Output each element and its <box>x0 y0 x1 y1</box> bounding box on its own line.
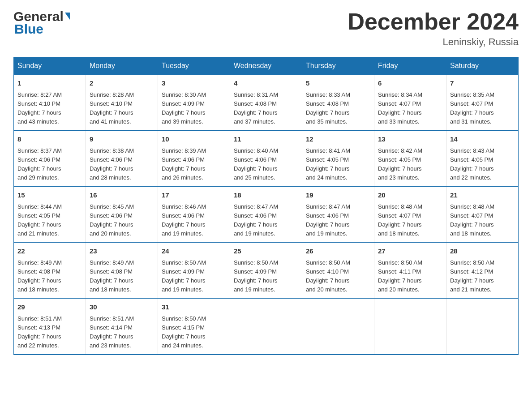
calendar-table: Sunday Monday Tuesday Wednesday Thursday… <box>13 57 519 355</box>
table-row: 5Sunrise: 8:33 AMSunset: 4:08 PMDaylight… <box>302 75 374 131</box>
day-number: 27 <box>378 246 442 257</box>
day-number: 1 <box>17 78 82 89</box>
table-row: 23Sunrise: 8:49 AMSunset: 4:08 PMDayligh… <box>86 242 158 298</box>
table-row: 26Sunrise: 8:50 AMSunset: 4:10 PMDayligh… <box>302 242 374 298</box>
day-number: 5 <box>306 78 370 89</box>
table-row: 15Sunrise: 8:44 AMSunset: 4:05 PMDayligh… <box>14 186 86 242</box>
day-info: Sunrise: 8:50 AMSunset: 4:09 PMDaylight:… <box>234 259 278 293</box>
day-info: Sunrise: 8:35 AMSunset: 4:07 PMDaylight:… <box>450 91 494 125</box>
day-info: Sunrise: 8:50 AMSunset: 4:11 PMDaylight:… <box>378 259 422 293</box>
col-wednesday: Wednesday <box>230 57 302 75</box>
table-row: 2Sunrise: 8:28 AMSunset: 4:10 PMDaylight… <box>86 75 158 131</box>
table-row: 28Sunrise: 8:50 AMSunset: 4:12 PMDayligh… <box>446 242 519 298</box>
table-row: 27Sunrise: 8:50 AMSunset: 4:11 PMDayligh… <box>374 242 446 298</box>
day-number: 9 <box>90 134 154 145</box>
day-number: 15 <box>17 190 82 201</box>
day-number: 22 <box>17 246 82 257</box>
day-info: Sunrise: 8:49 AMSunset: 4:08 PMDaylight:… <box>90 259 134 293</box>
day-number: 7 <box>450 78 515 89</box>
table-row: 30Sunrise: 8:51 AMSunset: 4:14 PMDayligh… <box>86 298 158 354</box>
day-info: Sunrise: 8:28 AMSunset: 4:10 PMDaylight:… <box>90 91 134 125</box>
day-number: 26 <box>306 246 370 257</box>
day-info: Sunrise: 8:47 AMSunset: 4:06 PMDaylight:… <box>306 203 350 237</box>
day-info: Sunrise: 8:39 AMSunset: 4:06 PMDaylight:… <box>162 147 206 181</box>
day-number: 6 <box>378 78 442 89</box>
day-info: Sunrise: 8:31 AMSunset: 4:08 PMDaylight:… <box>234 91 278 125</box>
month-title: December 2024 <box>348 9 519 34</box>
day-info: Sunrise: 8:34 AMSunset: 4:07 PMDaylight:… <box>378 91 422 125</box>
day-number: 20 <box>378 190 442 201</box>
day-info: Sunrise: 8:33 AMSunset: 4:08 PMDaylight:… <box>306 91 350 125</box>
col-monday: Monday <box>86 57 158 75</box>
day-number: 30 <box>90 302 154 313</box>
table-row: 31Sunrise: 8:50 AMSunset: 4:15 PMDayligh… <box>158 298 230 354</box>
day-number: 24 <box>162 246 226 257</box>
location: Leninskiy, Russia <box>348 36 519 48</box>
table-row: 19Sunrise: 8:47 AMSunset: 4:06 PMDayligh… <box>302 186 374 242</box>
day-number: 14 <box>450 134 515 145</box>
day-number: 21 <box>450 190 515 201</box>
day-number: 31 <box>162 302 226 313</box>
col-friday: Friday <box>374 57 446 75</box>
day-info: Sunrise: 8:30 AMSunset: 4:09 PMDaylight:… <box>162 91 206 125</box>
day-info: Sunrise: 8:27 AMSunset: 4:10 PMDaylight:… <box>17 91 62 125</box>
logo: General Blue <box>13 9 70 37</box>
logo-triangle-icon <box>65 13 70 20</box>
day-info: Sunrise: 8:41 AMSunset: 4:05 PMDaylight:… <box>306 147 350 181</box>
table-row: 14Sunrise: 8:43 AMSunset: 4:05 PMDayligh… <box>446 130 519 186</box>
table-row: 1Sunrise: 8:27 AMSunset: 4:10 PMDaylight… <box>14 75 86 131</box>
day-info: Sunrise: 8:48 AMSunset: 4:07 PMDaylight:… <box>378 203 422 237</box>
table-row: 7Sunrise: 8:35 AMSunset: 4:07 PMDaylight… <box>446 75 519 131</box>
day-number: 13 <box>378 134 442 145</box>
day-number: 29 <box>17 302 82 313</box>
table-row: 16Sunrise: 8:45 AMSunset: 4:06 PMDayligh… <box>86 186 158 242</box>
day-info: Sunrise: 8:38 AMSunset: 4:06 PMDaylight:… <box>90 147 134 181</box>
col-thursday: Thursday <box>302 57 374 75</box>
col-saturday: Saturday <box>446 57 519 75</box>
day-number: 3 <box>162 78 226 89</box>
day-info: Sunrise: 8:50 AMSunset: 4:10 PMDaylight:… <box>306 259 350 293</box>
day-number: 12 <box>306 134 370 145</box>
day-info: Sunrise: 8:40 AMSunset: 4:06 PMDaylight:… <box>234 147 278 181</box>
day-number: 4 <box>234 78 298 89</box>
table-row: 11Sunrise: 8:40 AMSunset: 4:06 PMDayligh… <box>230 130 302 186</box>
table-row: 12Sunrise: 8:41 AMSunset: 4:05 PMDayligh… <box>302 130 374 186</box>
logo-blue-text: Blue <box>14 21 43 37</box>
table-row: 29Sunrise: 8:51 AMSunset: 4:13 PMDayligh… <box>14 298 86 354</box>
day-number: 11 <box>234 134 298 145</box>
day-number: 23 <box>90 246 154 257</box>
day-info: Sunrise: 8:44 AMSunset: 4:05 PMDaylight:… <box>17 203 62 237</box>
col-tuesday: Tuesday <box>158 57 230 75</box>
calendar-header-row: Sunday Monday Tuesday Wednesday Thursday… <box>14 57 519 75</box>
table-row: 22Sunrise: 8:49 AMSunset: 4:08 PMDayligh… <box>14 242 86 298</box>
day-number: 28 <box>450 246 515 257</box>
day-info: Sunrise: 8:43 AMSunset: 4:05 PMDaylight:… <box>450 147 494 181</box>
day-info: Sunrise: 8:51 AMSunset: 4:14 PMDaylight:… <box>90 315 134 349</box>
day-info: Sunrise: 8:50 AMSunset: 4:12 PMDaylight:… <box>450 259 494 293</box>
table-row: 17Sunrise: 8:46 AMSunset: 4:06 PMDayligh… <box>158 186 230 242</box>
day-number: 18 <box>234 190 298 201</box>
table-row: 8Sunrise: 8:37 AMSunset: 4:06 PMDaylight… <box>14 130 86 186</box>
table-row: 9Sunrise: 8:38 AMSunset: 4:06 PMDaylight… <box>86 130 158 186</box>
table-row <box>374 298 446 354</box>
table-row: 4Sunrise: 8:31 AMSunset: 4:08 PMDaylight… <box>230 75 302 131</box>
table-row: 20Sunrise: 8:48 AMSunset: 4:07 PMDayligh… <box>374 186 446 242</box>
day-info: Sunrise: 8:45 AMSunset: 4:06 PMDaylight:… <box>90 203 134 237</box>
day-number: 10 <box>162 134 226 145</box>
day-info: Sunrise: 8:42 AMSunset: 4:05 PMDaylight:… <box>378 147 422 181</box>
day-number: 17 <box>162 190 226 201</box>
table-row: 6Sunrise: 8:34 AMSunset: 4:07 PMDaylight… <box>374 75 446 131</box>
table-row: 3Sunrise: 8:30 AMSunset: 4:09 PMDaylight… <box>158 75 230 131</box>
day-info: Sunrise: 8:47 AMSunset: 4:06 PMDaylight:… <box>234 203 278 237</box>
page-header: General Blue December 2024 Leninskiy, Ru… <box>13 9 519 48</box>
day-info: Sunrise: 8:48 AMSunset: 4:07 PMDaylight:… <box>450 203 494 237</box>
table-row <box>302 298 374 354</box>
day-number: 8 <box>17 134 82 145</box>
day-info: Sunrise: 8:51 AMSunset: 4:13 PMDaylight:… <box>17 315 62 349</box>
col-sunday: Sunday <box>14 57 86 75</box>
table-row: 25Sunrise: 8:50 AMSunset: 4:09 PMDayligh… <box>230 242 302 298</box>
day-number: 2 <box>90 78 154 89</box>
day-info: Sunrise: 8:37 AMSunset: 4:06 PMDaylight:… <box>17 147 62 181</box>
table-row: 24Sunrise: 8:50 AMSunset: 4:09 PMDayligh… <box>158 242 230 298</box>
title-block: December 2024 Leninskiy, Russia <box>348 9 519 48</box>
